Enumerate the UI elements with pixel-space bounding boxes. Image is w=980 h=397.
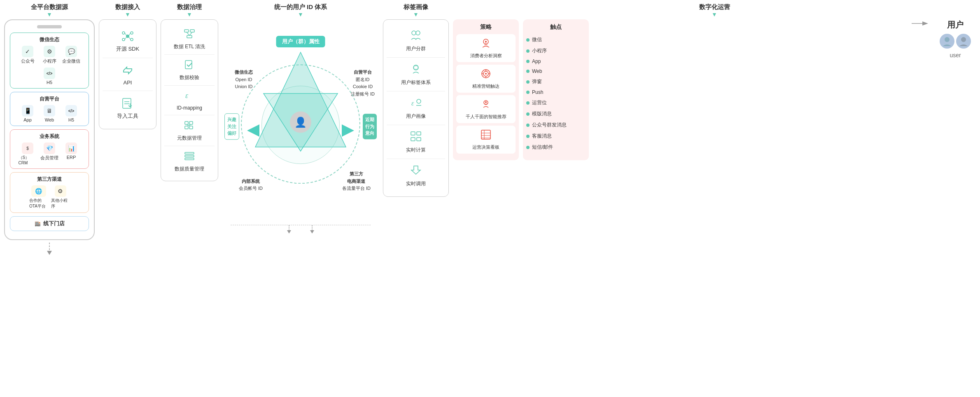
intake-api: API [103, 58, 153, 91]
usergroup-icon [410, 29, 422, 44]
consumer-icon [480, 37, 492, 51]
validate-icon [184, 59, 195, 72]
item-h5-wechat: </> H5 [40, 68, 59, 85]
app-icon: 📱 [22, 105, 33, 117]
touch-template-msg: 模版消息 [526, 108, 586, 119]
col-tags: 用户分群 用户标签体系 [383, 19, 449, 197]
touch-miniprogram: 小程序 [526, 45, 586, 56]
id-label-third-party: 第三方 电商渠道 各流量平台 ID [342, 170, 371, 192]
portrait-icon: ε [410, 96, 422, 111]
user-box: 用户 user [940, 19, 971, 58]
user-avatars [940, 34, 971, 49]
touch-broadcast: 公众号群发消息 [526, 119, 586, 131]
svg-point-40 [416, 31, 420, 35]
tag-labelsystem: 用户标签体系 [387, 58, 445, 91]
svg-line-8 [129, 33, 131, 35]
svg-rect-46 [411, 132, 415, 135]
col-datasource: 微信生态 ✓ 公众号 ⚙ 小程序 💬 企业微信 [4, 19, 95, 256]
svg-marker-38 [310, 230, 314, 234]
dashboard-icon [480, 129, 492, 142]
svg-rect-29 [185, 155, 194, 157]
recommend-icon [480, 98, 492, 112]
intake-sdk: 开源 SDK [103, 24, 153, 58]
header-digital: 数字化运营 ▼ [453, 3, 976, 18]
svg-point-69 [961, 37, 966, 42]
strategy-column: 策略 消费者分析洞察 [453, 19, 519, 160]
svg-point-60 [485, 101, 487, 103]
col-id-system: 👤 用户（群）属性 微信生态 Open ID Union ID 自营平台 匿名I… [222, 19, 379, 234]
group-offline: 🏬 线下门店 [10, 216, 89, 231]
svg-marker-1 [47, 251, 52, 255]
tag-realtime-calc: 实时计算 [387, 125, 445, 159]
svg-rect-15 [184, 30, 189, 32]
recent-tag: 近期 行为 意向 [363, 114, 377, 139]
import-icon [120, 96, 135, 111]
svg-rect-25 [189, 126, 193, 129]
user-avatar-2 [956, 34, 971, 49]
id-system-diagram: 👤 用户（群）属性 微信生态 Open ID Union ID 自营平台 匿名I… [222, 19, 379, 234]
touch-app: App [526, 56, 586, 66]
ota-icon: 🌐 [31, 185, 46, 197]
svg-rect-24 [185, 126, 188, 129]
api-icon [120, 63, 135, 78]
svg-point-44 [417, 99, 421, 103]
svg-marker-34 [342, 124, 354, 137]
strategy-dashboard: 运营决策看板 [456, 126, 516, 154]
erp-icon: 📊 [65, 142, 77, 154]
svg-line-7 [125, 33, 126, 35]
user-avatar-1 [940, 34, 954, 49]
touch-position: 运营位 [526, 97, 586, 108]
svg-point-2 [126, 35, 129, 38]
svg-rect-17 [187, 35, 192, 38]
etl-icon [184, 28, 195, 42]
gov-metadata: 元数据管理 [164, 115, 215, 146]
header-datasource: 全平台数据源 ▼ [4, 3, 95, 18]
qiyeweixin-icon: 💬 [65, 46, 77, 57]
svg-line-19 [189, 32, 192, 35]
svg-point-3 [122, 32, 125, 34]
svg-rect-16 [190, 30, 194, 32]
item-app: 📱 App [19, 105, 37, 122]
gov-idmapping: ε ID-mapping [164, 86, 215, 115]
web-icon: 🖥 [44, 105, 55, 117]
realtime-call-icon [410, 164, 422, 179]
id-label-self-platform: 自营平台 匿名ID Cookie ID 注册账号 ID [351, 69, 375, 98]
svg-rect-23 [189, 121, 193, 124]
svg-line-10 [129, 37, 131, 40]
labelsystem-icon [410, 63, 422, 77]
h5-wechat-icon: </> [44, 68, 55, 79]
group-wechat: 微信生态 ✓ 公众号 ⚙ 小程序 💬 企业微信 [10, 33, 89, 89]
center-avatar: 👤 [290, 112, 311, 133]
quality-icon [184, 150, 195, 164]
svg-marker-33 [247, 124, 259, 137]
header-intake: 数据接入 ▼ [99, 3, 156, 18]
svg-rect-42 [414, 66, 418, 69]
phone-notch [37, 25, 62, 28]
svg-point-5 [122, 38, 125, 41]
svg-line-18 [187, 32, 189, 35]
header-tags: 标签画像 ▼ [383, 3, 449, 18]
svg-line-9 [125, 37, 126, 40]
col-governance: 数据 ETL 清洗 数据校验 ε [161, 19, 218, 181]
strategy-recommend: 千人千面的智能推荐 [456, 95, 516, 123]
group-business: 业务系统 $ （S）CRM 💎 会员管理 📊 ERP [10, 129, 89, 169]
svg-rect-47 [417, 132, 421, 135]
item-erp: 📊 ERP [62, 142, 81, 165]
arrow-to-user [909, 19, 931, 28]
col-digital: 策略 消费者分析洞察 [453, 19, 905, 160]
svg-point-51 [485, 41, 487, 42]
tag-portrait: ε 用户画像 [387, 91, 445, 125]
item-member: 💎 会员管理 [40, 142, 59, 165]
item-web: 🖥 Web [40, 105, 59, 122]
svg-rect-30 [185, 158, 194, 160]
gov-validate: 数据校验 [164, 55, 215, 86]
strategy-consumer: 消费者分析洞察 [456, 34, 516, 62]
main-content: 微信生态 ✓ 公众号 ⚙ 小程序 💬 企业微信 [0, 18, 980, 397]
id-label-wechat: 微信生态 Open ID Union ID [235, 69, 253, 91]
offline-icon: 🏬 [35, 221, 41, 227]
crm-icon: $ [22, 142, 33, 154]
governance-box: 数据 ETL 清洗 数据校验 ε [161, 19, 218, 181]
gongzhonghao-icon: ✓ [22, 46, 33, 57]
gov-quality: 数据质量管理 [164, 146, 215, 177]
idmapping-icon: ε [184, 90, 195, 103]
